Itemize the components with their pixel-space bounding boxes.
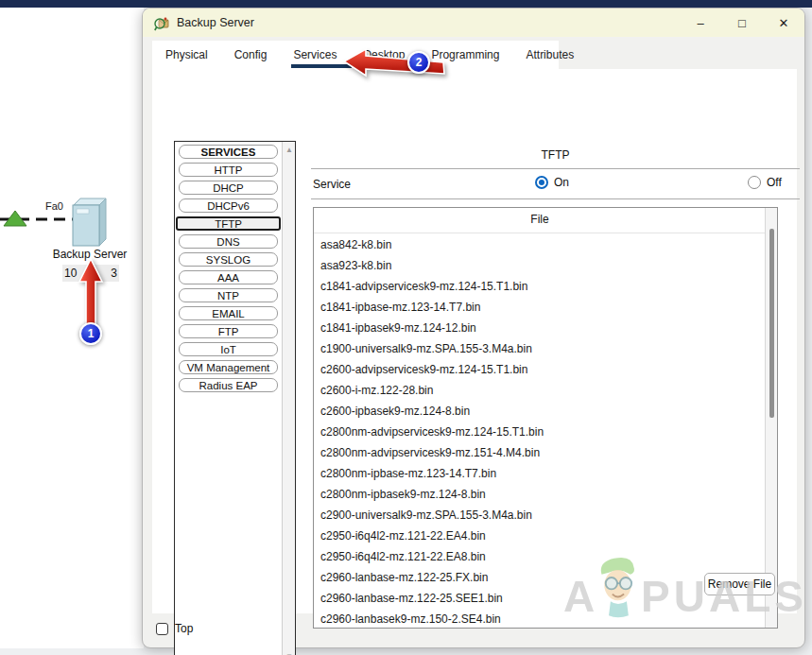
close-button[interactable]: ✕: [763, 9, 804, 36]
file-row[interactable]: c2800nm-advipservicesk9-mz.151-4.M4.bin: [314, 442, 766, 463]
server-device-icon[interactable]: [70, 196, 108, 250]
window-title: Backup Server: [177, 16, 254, 29]
radio-off-icon[interactable]: [748, 176, 761, 189]
service-item[interactable]: EMAIL: [179, 306, 278, 320]
service-off-option[interactable]: Off: [748, 176, 782, 189]
file-row[interactable]: c2960-lanbase-mz.122-25.FX.bin: [314, 567, 766, 588]
tab[interactable]: Config: [234, 41, 268, 69]
file-row[interactable]: c2600-ipbasek9-mz.124-8.bin: [314, 401, 766, 422]
interface-label: Fa0: [45, 200, 63, 212]
file-list-scrollbar[interactable]: [765, 208, 777, 628]
file-row[interactable]: c2600-advipservicesk9-mz.124-15.T1.bin: [314, 359, 766, 380]
tftp-section-title: TFTP: [311, 148, 800, 162]
service-item[interactable]: TFTP: [176, 216, 281, 231]
minimize-button[interactable]: –: [680, 9, 721, 36]
file-rows: asa842-k8.bin asa923-k8.bin c1841-advips…: [314, 234, 766, 629]
header-separator: [314, 233, 766, 233]
divider: [311, 198, 800, 199]
annotation-arrow-left: [342, 47, 448, 83]
file-row[interactable]: asa923-k8.bin: [314, 255, 766, 276]
service-item[interactable]: SYSLOG: [179, 252, 278, 267]
file-row[interactable]: c1900-universalk9-mz.SPA.155-3.M4a.bin: [314, 338, 766, 359]
ip-fragment-right: 3: [111, 267, 117, 280]
desktop-top-bar: [0, 0, 812, 8]
file-column-header: File: [314, 213, 766, 226]
backup-server-window: Backup Server – □ ✕ Physical Config Serv…: [142, 8, 805, 648]
scrollbar-thumb[interactable]: [769, 229, 774, 418]
file-row[interactable]: c2960-lanbasek9-mz.150-2.SE4.bin: [314, 609, 766, 629]
service-item[interactable]: FTP: [179, 324, 278, 338]
tab[interactable]: Attributes: [526, 41, 574, 69]
ip-fragment-left: 10: [64, 267, 77, 280]
scroll-up-icon[interactable]: ▲: [283, 143, 296, 156]
top-checkbox-label: Top: [175, 622, 193, 635]
service-item[interactable]: HTTP: [179, 163, 278, 177]
file-row[interactable]: c2600-i-mz.122-28.bin: [314, 380, 766, 401]
file-row[interactable]: asa842-k8.bin: [314, 234, 766, 255]
services-scrollbar[interactable]: ▲ ▼: [282, 142, 295, 655]
services-list-header: SERVICES: [179, 145, 278, 159]
topology-area: Fa0 Backup Server 10 3 1: [0, 0, 142, 655]
services-content-area: SERVICES HTTP DHCP DHCPv6 TFTP DNS SYSLO…: [152, 69, 797, 613]
maximize-button[interactable]: □: [721, 9, 763, 36]
step-badge-2: 2: [407, 51, 430, 74]
file-row[interactable]: c2800nm-ipbasek9-mz.124-8.bin: [314, 484, 766, 505]
file-row[interactable]: c2960-lanbase-mz.122-25.SEE1.bin: [314, 588, 766, 609]
service-item[interactable]: NTP: [179, 288, 278, 302]
annotation-arrow-up: [78, 257, 104, 329]
file-row[interactable]: c2900-universalk9-mz.SPA.155-3.M4a.bin: [314, 505, 766, 526]
service-item[interactable]: AAA: [179, 270, 278, 284]
divider: [311, 168, 800, 169]
window-titlebar[interactable]: Backup Server – □ ✕: [143, 9, 804, 37]
service-on-option[interactable]: On: [535, 176, 569, 189]
service-item[interactable]: DHCPv6: [179, 198, 278, 213]
service-item[interactable]: VM Management: [179, 360, 278, 374]
tftp-file-list: File asa842-k8.bin asa923-k8.bin c1841-a…: [313, 207, 778, 629]
file-row[interactable]: c2800nm-advipservicesk9-mz.124-15.T1.bin: [314, 422, 766, 442]
services-list-panel: SERVICES HTTP DHCP DHCPv6 TFTP DNS SYSLO…: [174, 141, 296, 655]
top-checkbox[interactable]: [156, 623, 168, 635]
service-item[interactable]: IoT: [179, 342, 278, 356]
tab[interactable]: Services: [293, 41, 337, 69]
remove-file-button[interactable]: Remove File: [704, 573, 775, 595]
off-label: Off: [767, 176, 782, 189]
file-row[interactable]: c1841-ipbase-mz.123-14.T7.bin: [314, 297, 766, 318]
service-item[interactable]: Radius EAP: [179, 378, 278, 392]
step-badge-1: 1: [79, 322, 102, 345]
file-row[interactable]: c2950-i6q4l2-mz.121-22.EA8.bin: [314, 546, 766, 567]
service-item[interactable]: DHCP: [179, 181, 278, 195]
services-list: SERVICES HTTP DHCP DHCPv6 TFTP DNS SYSLO…: [175, 142, 282, 392]
service-label: Service: [313, 178, 351, 191]
file-row[interactable]: c1841-advipservicesk9-mz.124-15.T1.bin: [314, 276, 766, 297]
packet-tracer-icon: [154, 15, 170, 31]
file-row[interactable]: c1841-ipbasek9-mz.124-12.bin: [314, 318, 766, 338]
file-row[interactable]: c2800nm-ipbase-mz.123-14.T7.bin: [314, 463, 766, 484]
service-item[interactable]: DNS: [179, 234, 278, 249]
top-option[interactable]: Top: [156, 622, 193, 635]
radio-on-selected-icon[interactable]: [535, 176, 548, 189]
scroll-down-icon[interactable]: ▼: [283, 649, 296, 655]
on-label: On: [554, 176, 569, 189]
tab[interactable]: Physical: [165, 41, 208, 69]
file-row[interactable]: c2950-i6q4l2-mz.121-22.EA4.bin: [314, 526, 766, 546]
